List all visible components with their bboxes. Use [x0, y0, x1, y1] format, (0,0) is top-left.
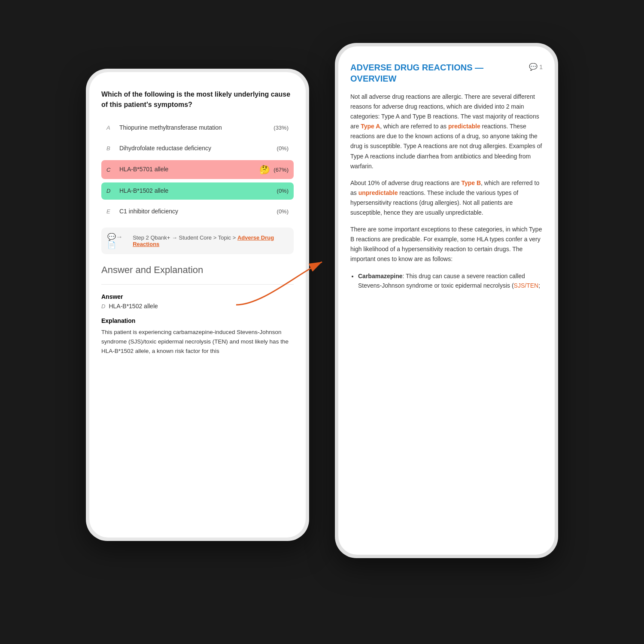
option-c-letter: C: [106, 167, 116, 173]
answer-label: Answer: [101, 293, 294, 300]
option-d-pct: (0%): [277, 188, 289, 194]
explanation-label: Explanation: [101, 317, 294, 324]
article-para-2: About 10% of adverse drug reactions are …: [350, 178, 543, 218]
option-e-pct: (0%): [277, 208, 289, 215]
badge-icon: 💬: [529, 63, 538, 71]
article-badge: 💬 1: [529, 63, 543, 71]
right-phone-inner: ADVERSE DRUG REACTIONS — OVERVIEW 💬 1 No…: [338, 46, 555, 555]
option-d[interactable]: D HLA-B*1502 allele (0%): [101, 182, 294, 200]
option-c-pct: (67%): [273, 167, 289, 173]
option-c-emoji: 🤔: [259, 164, 270, 175]
article-para-1: Not all adverse drug reactions are aller…: [350, 92, 543, 171]
option-e[interactable]: E C1 inhibitor deficiency (0%): [101, 203, 294, 220]
answer-letter: D: [101, 303, 105, 310]
sjs-ten-link[interactable]: SJS/TEN: [514, 282, 539, 289]
article-body: Not all adverse drug reactions are aller…: [350, 92, 543, 290]
carbamazepine-label: Carbamazepine: [358, 273, 402, 279]
predictable-link[interactable]: predictable: [448, 123, 480, 130]
answer-text-val: HLA-B*1502 allele: [109, 303, 158, 310]
type-a-link[interactable]: Type A: [361, 123, 380, 130]
explanation-text: This patient is experiencing carbamazepi…: [101, 328, 294, 355]
answer-value: D HLA-B*1502 allele: [101, 303, 294, 310]
ae-title: Answer and Explanation: [101, 264, 294, 276]
question-text: Which of the following is the most likel…: [101, 89, 294, 110]
article-bullet-list: Carbamazepine: This drug can cause a sev…: [358, 271, 543, 291]
type-b-link[interactable]: Type B: [461, 179, 481, 186]
option-b-text: Dihydrofolate reductase deficiency: [119, 144, 273, 153]
topic-link-icon: 💬→📄: [107, 233, 129, 249]
option-a-letter: A: [106, 125, 116, 131]
option-c-text: HLA-B*5701 allele: [119, 165, 257, 174]
option-e-letter: E: [106, 208, 116, 215]
option-d-letter: D: [106, 188, 116, 194]
option-a[interactable]: A Thiopurine methyltransferase mutation …: [101, 119, 294, 137]
left-phone-inner: Which of the following is the most likel…: [89, 72, 306, 538]
bullet-item-1: Carbamazepine: This drug can cause a sev…: [358, 271, 543, 291]
topic-breadcrumb: Step 2 Qbank+ → Student Core > Topic > A…: [133, 234, 288, 247]
topic-link-box[interactable]: 💬→📄 Step 2 Qbank+ → Student Core > Topic…: [101, 228, 294, 254]
option-d-text: HLA-B*1502 allele: [119, 187, 273, 195]
option-b[interactable]: B Dihydrofolate reductase deficiency (0%…: [101, 140, 294, 157]
option-c[interactable]: C HLA-B*5701 allele 🤔 (67%): [101, 160, 294, 179]
option-a-pct: (33%): [273, 125, 289, 131]
scene: Which of the following is the most likel…: [86, 43, 558, 601]
article-para-3: There are some important exceptions to t…: [350, 225, 543, 264]
option-e-text: C1 inhibitor deficiency: [119, 207, 273, 216]
article-header: ADVERSE DRUG REACTIONS — OVERVIEW 💬 1: [350, 62, 543, 84]
breadcrumb-text: Step 2 Qbank+ → Student Core > Topic >: [133, 234, 236, 241]
option-b-pct: (0%): [277, 145, 289, 152]
unpredictable-link[interactable]: unpredictable: [358, 189, 398, 196]
option-b-letter: B: [106, 145, 116, 152]
article-title: ADVERSE DRUG REACTIONS — OVERVIEW: [350, 62, 525, 84]
option-a-text: Thiopurine methyltransferase mutation: [119, 124, 270, 132]
divider-1: [101, 284, 294, 285]
right-phone: ADVERSE DRUG REACTIONS — OVERVIEW 💬 1 No…: [335, 43, 558, 558]
left-phone: Which of the following is the most likel…: [86, 69, 309, 541]
badge-count: 1: [539, 64, 543, 70]
answer-explanation-section: Answer and Explanation Answer D HLA-B*15…: [101, 264, 294, 355]
